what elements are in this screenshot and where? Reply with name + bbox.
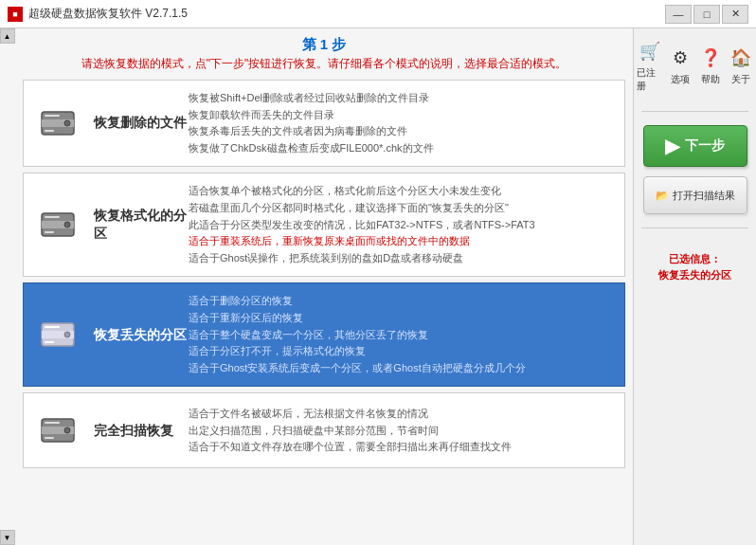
card-full-scan[interactable]: 完全扫描恢复 适合于文件名被破坏后，无法根据文件名恢复的情况 出定义扫描范围，只… — [23, 392, 625, 468]
next-step-button[interactable]: ▶ 下一步 — [643, 125, 747, 167]
header: 第 1 步 请选恢复数据的模式，点"下一步"按钮进行恢复。请仔细看各个模式的说明… — [23, 36, 625, 72]
next-arrow-icon: ▶ — [665, 135, 679, 157]
svg-point-12 — [64, 332, 70, 337]
svg-point-2 — [64, 120, 70, 126]
card-title-recover-lost-partition: 恢复丢失的分区 — [94, 326, 189, 345]
home-icon: 🏠 — [728, 45, 754, 71]
svg-rect-8 — [45, 216, 60, 218]
svg-rect-19 — [45, 437, 54, 439]
svg-rect-9 — [45, 231, 54, 233]
content-area: 第 1 步 请选恢复数据的模式，点"下一步"按钮进行恢复。请仔细看各个模式的说明… — [15, 28, 633, 545]
about-button[interactable]: 🏠 关于 — [728, 45, 754, 86]
svg-rect-3 — [45, 115, 60, 117]
minimize-button[interactable]: — — [665, 5, 692, 24]
svg-rect-18 — [45, 422, 60, 424]
card-desc-recover-formatted: 适合恢复单个被格式化的分区，格式化前后这个分区大小未发生变化 若磁盘里面几个分区… — [189, 183, 613, 266]
help-button[interactable]: ❓ 帮助 — [697, 45, 724, 86]
card-title-recover-deleted: 恢复删除的文件 — [94, 114, 189, 133]
card-recover-formatted[interactable]: 恢复格式化的分区 适合恢复单个被格式化的分区，格式化前后这个分区大小未发生变化 … — [23, 173, 625, 277]
app-icon: ■ — [8, 7, 23, 22]
card-recover-lost-partition[interactable]: 恢复丢失的分区 适合于删除分区的恢复 适合于重新分区后的恢复 适合于整个硬盘变成… — [23, 282, 625, 387]
card-icon-recover-formatted — [35, 202, 81, 247]
card-recover-deleted[interactable]: 恢复删除的文件 恢复被Shift+Del删除或者经过回收站删除的文件目录 恢复卸… — [23, 80, 625, 167]
card-icon-recover-lost-partition — [35, 312, 81, 357]
title-bar-controls[interactable]: — □ ✕ — [665, 5, 748, 24]
svg-rect-13 — [45, 326, 60, 328]
svg-rect-14 — [45, 341, 54, 343]
svg-point-7 — [64, 222, 70, 227]
help-icon: ❓ — [697, 45, 724, 71]
title-bar-left: ■ 超级硬盘数据恢复软件 V2.7.1.5 — [8, 6, 188, 22]
open-scan-button[interactable]: 📂 打开扫描结果 — [643, 176, 747, 214]
settings-button[interactable]: ⚙ 选项 — [667, 45, 693, 86]
registered-button[interactable]: 🛒 已注册 — [637, 38, 663, 93]
card-title-recover-formatted: 恢复格式化的分区 — [94, 207, 189, 244]
maximize-button[interactable]: □ — [693, 5, 720, 24]
card-desc-recover-deleted: 恢复被Shift+Del删除或者经过回收站删除的文件目录 恢复卸载软件而丢失的文… — [189, 90, 613, 156]
close-button[interactable]: ✕ — [722, 5, 748, 24]
card-title-full-scan: 完全扫描恢复 — [94, 422, 189, 441]
scroll-down-arrow[interactable]: ▼ — [0, 530, 15, 545]
svg-rect-4 — [45, 130, 54, 132]
divider-1 — [641, 111, 748, 112]
card-icon-full-scan — [35, 408, 81, 453]
right-panel: 🛒 已注册 ⚙ 选项 ❓ 帮助 🏠 关于 ▶ 下一步 📂 打 — [633, 28, 756, 545]
card-desc-recover-lost-partition: 适合于删除分区的恢复 适合于重新分区后的恢复 适合于整个硬盘变成一个分区，其他分… — [189, 293, 613, 376]
cards-container: 恢复删除的文件 恢复被Shift+Del删除或者经过回收站删除的文件目录 恢复卸… — [23, 80, 625, 537]
top-icons: 🛒 已注册 ⚙ 选项 ❓ 帮助 🏠 关于 — [641, 38, 748, 93]
scroll-up-arrow[interactable]: ▲ — [0, 28, 15, 44]
divider-2 — [641, 227, 748, 228]
card-desc-full-scan: 适合于文件名被破坏后，无法根据文件名恢复的情况 出定义扫描范围，只扫描硬盘中某部… — [189, 406, 613, 456]
step-title: 第 1 步 — [23, 36, 625, 54]
card-icon-recover-deleted — [35, 100, 81, 146]
left-scrollbar[interactable]: ▲ ▼ — [0, 28, 15, 545]
step-description: 请选恢复数据的模式，点"下一步"按钮进行恢复。请仔细看各个模式的说明，选择最合适… — [23, 56, 625, 72]
folder-icon: 📂 — [656, 190, 669, 202]
status-info: 已选信息： 恢复丢失的分区 — [658, 251, 731, 282]
registered-icon: 🛒 — [637, 38, 663, 64]
scroll-track[interactable] — [0, 44, 15, 530]
settings-icon: ⚙ — [667, 45, 693, 71]
main-container: ▲ ▼ 第 1 步 请选恢复数据的模式，点"下一步"按钮进行恢复。请仔细看各个模… — [0, 28, 756, 545]
title-bar: ■ 超级硬盘数据恢复软件 V2.7.1.5 — □ ✕ — [0, 0, 756, 28]
window-title: 超级硬盘数据恢复软件 V2.7.1.5 — [28, 6, 188, 22]
svg-point-17 — [64, 427, 70, 433]
